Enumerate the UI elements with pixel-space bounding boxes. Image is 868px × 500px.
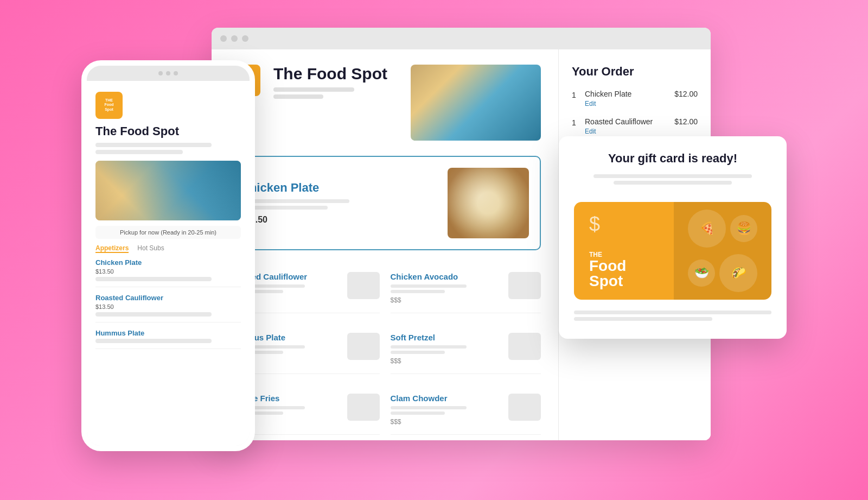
- phone-dot-1: [158, 71, 163, 75]
- phone-gray-lines: [95, 143, 241, 154]
- phone-item-name-3[interactable]: Hummus Plate: [95, 329, 241, 337]
- menu-card-thumb: [347, 333, 380, 360]
- order-info-1: Chicken Plate Edit: [585, 90, 674, 107]
- phone-dot-3: [174, 71, 178, 75]
- browser-dot-3: [242, 35, 248, 42]
- featured-item-name: Chicken Plate: [241, 181, 349, 195]
- menu-card-thumb: [347, 272, 380, 299]
- menu-card-desc-2: [391, 351, 445, 354]
- gift-card-bottom-line-2: [574, 317, 712, 321]
- menu-card-price: $$$: [391, 296, 467, 304]
- browser-header: THE Food Spot The Food Spot: [229, 65, 541, 141]
- browser-gray-lines: [273, 87, 398, 99]
- featured-item[interactable]: Chicken Plate $13.50: [229, 156, 541, 250]
- menu-card-thumb: [508, 333, 541, 360]
- order-edit-2[interactable]: Edit: [585, 128, 674, 135]
- menu-card-right: Clam Chowder $$$: [391, 394, 541, 426]
- menu-card-info: Soft Pretzel $$$: [391, 333, 467, 365]
- mobile-phone: THE Food Spot The Food Spot Pickup for n…: [81, 60, 255, 451]
- gift-card-desc-line-1: [593, 174, 751, 178]
- order-name-2: Roasted Cauliflower: [585, 117, 674, 126]
- browser-gray-line-1: [273, 87, 354, 92]
- menu-card-thumb: [508, 394, 541, 421]
- menu-card-desc-1: [391, 406, 467, 409]
- menu-card-price: $$$: [391, 357, 467, 365]
- phone-restaurant-image: [95, 161, 241, 220]
- browser-title-section: The Food Spot: [273, 65, 398, 102]
- order-qty-1: 1: [572, 91, 580, 99]
- order-price-2: $12.00: [674, 117, 698, 126]
- phone-item-bar-1: [95, 277, 212, 281]
- phone-item-bar-2: [95, 312, 212, 317]
- order-item-1: 1 Chicken Plate Edit $12.00: [572, 90, 698, 107]
- gift-card-dollar: $: [589, 213, 600, 236]
- menu-card-price: $$$: [391, 418, 467, 426]
- phone-item-bar-3: [95, 339, 212, 343]
- browser-dot-1: [220, 35, 227, 42]
- phone-pickup-text: Pickup for now (Ready in 20-25 min): [95, 226, 241, 239]
- menu-card-info: Chicken Avocado $$$: [391, 272, 467, 304]
- menu-card-desc-1: [391, 345, 467, 349]
- order-name-1: Chicken Plate: [585, 90, 674, 98]
- phone-logo-text: THE Food Spot: [104, 98, 113, 112]
- order-info-2: Roasted Cauliflower Edit: [585, 117, 674, 135]
- menu-card-right: Chicken Avocado $$$: [391, 272, 541, 304]
- gift-card-decorations: 🍕 🍔 🥗 🌮: [674, 202, 771, 300]
- order-item-2: 1 Roasted Cauliflower Edit $12.00: [572, 117, 698, 135]
- phone-notch: [87, 66, 250, 81]
- phone-item-price-1: $13.50: [95, 268, 241, 275]
- deco-pizza-icon: 🍕: [688, 210, 726, 248]
- phone-item-name-2[interactable]: Roasted Cauliflower: [95, 294, 241, 302]
- browser-dot-2: [231, 35, 238, 42]
- featured-item-image: [448, 168, 529, 238]
- phone-logo: THE Food Spot: [95, 92, 123, 119]
- phone-item-name-1[interactable]: Chicken Plate: [95, 258, 241, 267]
- phone-tab-appetizers[interactable]: Appetizers: [95, 244, 129, 253]
- order-edit-1[interactable]: Edit: [585, 100, 674, 107]
- gift-card-logo-food: Food: [589, 258, 626, 274]
- browser-restaurant-name: The Food Spot: [273, 65, 398, 83]
- menu-card-desc-2: [391, 290, 445, 293]
- menu-card-thumb: [508, 272, 541, 299]
- order-price-1: $12.00: [674, 90, 698, 98]
- menu-card-desc-2: [391, 412, 445, 415]
- phone-menu-item-2: Roasted Cauliflower $13.50: [95, 294, 241, 322]
- menu-card-name: Chicken Avocado: [391, 272, 467, 281]
- menu-card-thumb: [347, 394, 380, 421]
- menu-card-right: Soft Pretzel $$$: [391, 333, 541, 365]
- phone-tab-hotsubs[interactable]: Hot Subs: [137, 244, 164, 253]
- menu-card-desc-1: [391, 284, 467, 288]
- gift-card-logo: THE Food Spot: [589, 251, 626, 289]
- gift-card-logo-spot: Spot: [589, 274, 626, 289]
- order-title: Your Order: [572, 65, 698, 79]
- browser-main: THE Food Spot The Food Spot: [212, 49, 559, 440]
- phone-nav-tabs: Appetizers Hot Subs: [95, 244, 241, 253]
- menu-card-soft-pretzel[interactable]: Soft Pretzel $$$: [391, 324, 541, 374]
- phone-restaurant-name: The Food Spot: [95, 124, 241, 138]
- menu-card-clam-chowder[interactable]: Clam Chowder $$$: [391, 385, 541, 435]
- gift-card-title: Your gift card is ready!: [574, 151, 771, 166]
- menu-card-name: Clam Chowder: [391, 394, 467, 403]
- gift-card-desc-lines: [574, 174, 771, 185]
- phone-menu-item-1: Chicken Plate $13.50: [95, 258, 241, 287]
- browser-restaurant-image: [411, 65, 541, 141]
- featured-item-info: Chicken Plate $13.50: [241, 181, 349, 225]
- browser-chrome: [212, 28, 711, 49]
- featured-item-price: $13.50: [241, 215, 349, 225]
- browser-gray-line-2: [273, 94, 323, 99]
- gift-card-panel: Your gift card is ready! $ THE Food Spot…: [559, 136, 787, 339]
- gift-card-visual: $ THE Food Spot 🍕 🍔 🥗 🌮: [574, 202, 771, 300]
- menu-grid: Roasted Cauliflower $$$ Chicken Avocado: [229, 263, 541, 435]
- main-scene: THE Food Spot The Food Spot Pickup for n…: [81, 28, 787, 473]
- phone-menu-item-3: Hummus Plate: [95, 329, 241, 349]
- featured-desc-lines: [241, 199, 349, 210]
- menu-card-name: Soft Pretzel: [391, 333, 467, 342]
- phone-item-price-2: $13.50: [95, 303, 241, 310]
- gift-card-desc-line-2: [614, 181, 732, 185]
- deco-taco-icon: 🌮: [719, 254, 757, 292]
- menu-card-chicken-avocado[interactable]: Chicken Avocado $$$: [391, 263, 541, 313]
- gift-card-bottom-line-1: [574, 311, 771, 314]
- featured-desc-line-1: [241, 199, 349, 203]
- deco-burger-icon: 🍔: [730, 215, 757, 242]
- deco-salad-icon: 🥗: [688, 260, 715, 287]
